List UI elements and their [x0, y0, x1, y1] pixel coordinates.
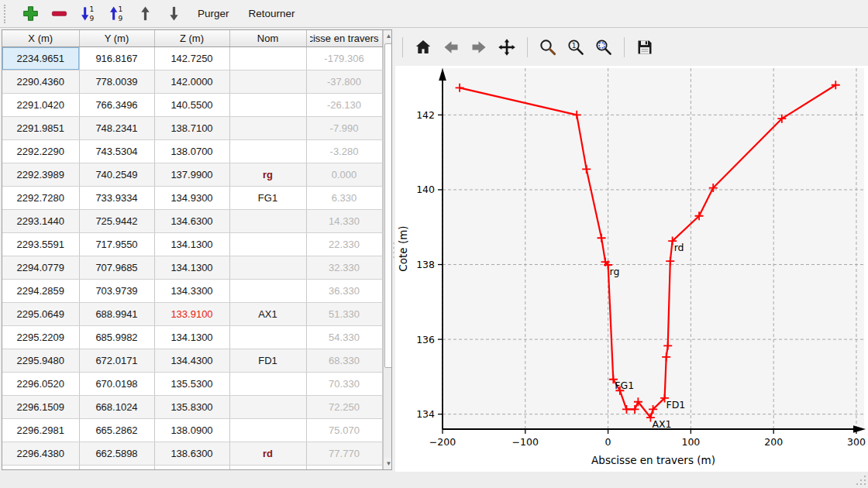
cell-x[interactable]: 2296.2981 [2, 419, 79, 442]
cell-z[interactable]: 138.0700 [154, 140, 229, 163]
cell-nom[interactable] [229, 94, 306, 117]
cell-empty[interactable] [229, 466, 306, 471]
plot-forward-button[interactable] [469, 37, 489, 57]
column-header-z[interactable]: Z (m) [154, 30, 229, 47]
retourner-button[interactable]: Retourner [242, 4, 302, 23]
cell-x[interactable]: 2293.1440 [2, 210, 79, 233]
resize-grip-icon[interactable] [856, 476, 866, 486]
cell-x[interactable]: 2296.1509 [2, 396, 79, 419]
cell-x[interactable]: 2292.7280 [2, 187, 79, 210]
cell-x[interactable]: 2293.5591 [2, 233, 79, 256]
cell-absc[interactable]: -7.990 [306, 117, 382, 140]
cell-y[interactable]: 703.9739 [79, 280, 154, 303]
cell-z[interactable]: 134.1300 [154, 326, 229, 349]
cell-z[interactable]: 140.5500 [154, 94, 229, 117]
cell-y[interactable]: 688.9941 [79, 303, 154, 326]
cell-absc[interactable]: 6.330 [306, 187, 382, 210]
toolbar-drag-handle[interactable] [4, 5, 10, 23]
cell-absc[interactable]: 36.330 [306, 280, 382, 303]
cell-z[interactable]: 134.3300 [154, 280, 229, 303]
cell-y[interactable]: 778.0039 [79, 70, 154, 94]
cell-y[interactable]: 717.9550 [79, 233, 154, 256]
scrollbar-track[interactable] [384, 42, 393, 458]
cell-absc[interactable]: -37.800 [306, 70, 382, 94]
cell-y[interactable]: 766.3496 [79, 94, 154, 117]
cell-x[interactable]: 2295.9480 [2, 349, 79, 373]
cell-nom[interactable] [229, 47, 306, 70]
plot-home-button[interactable] [413, 37, 433, 57]
scrollbar-thumb[interactable] [384, 43, 393, 368]
cell-nom[interactable] [229, 373, 306, 396]
cell-z[interactable]: 137.9900 [154, 163, 229, 187]
cell-z[interactable]: 142.7250 [154, 47, 229, 70]
cell-x[interactable]: 2296.4380 [2, 442, 79, 466]
plot-back-button[interactable] [441, 37, 461, 57]
cell-absc[interactable]: -179.306 [306, 47, 382, 70]
cell-nom[interactable] [229, 140, 306, 163]
cell-absc[interactable]: 14.330 [306, 210, 382, 233]
cell-nom[interactable] [229, 210, 306, 233]
cell-y[interactable]: 668.1024 [79, 396, 154, 419]
cell-empty[interactable] [79, 466, 154, 471]
plot-pan-button[interactable] [497, 37, 517, 57]
column-header-nom[interactable]: Nom [229, 30, 306, 47]
cell-y[interactable]: 743.5304 [79, 140, 154, 163]
cell-y[interactable]: 707.9685 [79, 256, 154, 280]
add-point-button[interactable] [19, 2, 42, 26]
cell-x[interactable]: 2292.2290 [2, 140, 79, 163]
move-down-button[interactable] [162, 2, 185, 26]
cell-absc[interactable]: 0.000 [306, 163, 382, 187]
cell-y[interactable]: 670.0198 [79, 373, 154, 396]
cell-y[interactable]: 733.9334 [79, 187, 154, 210]
cell-z[interactable]: 134.4300 [154, 349, 229, 373]
cell-nom[interactable] [229, 233, 306, 256]
cell-nom[interactable] [229, 326, 306, 349]
cell-x[interactable]: 2295.0649 [2, 303, 79, 326]
cell-absc[interactable]: 32.330 [306, 256, 382, 280]
cell-empty[interactable] [306, 466, 382, 471]
cell-nom[interactable]: FG1 [229, 187, 306, 210]
cell-x[interactable]: 2294.2859 [2, 280, 79, 303]
plot-zoom-region-button[interactable] [594, 37, 614, 57]
cell-x[interactable]: 2234.9651 [2, 47, 79, 70]
cell-z[interactable]: 138.0900 [154, 419, 229, 442]
cell-nom[interactable] [229, 117, 306, 140]
cell-z[interactable]: 138.6300 [154, 442, 229, 466]
cell-nom[interactable] [229, 280, 306, 303]
cell-y[interactable]: 748.2341 [79, 117, 154, 140]
cell-empty[interactable] [2, 466, 79, 471]
cell-nom[interactable]: rd [229, 442, 306, 466]
sort-descending-button[interactable]: 1 9 [76, 2, 99, 26]
cell-y[interactable]: 725.9442 [79, 210, 154, 233]
cell-absc[interactable]: 68.330 [306, 349, 382, 373]
cell-x[interactable]: 2292.3989 [2, 163, 79, 187]
cell-absc[interactable]: 22.330 [306, 233, 382, 256]
cell-z[interactable]: 134.1300 [154, 233, 229, 256]
cell-x[interactable]: 2296.0520 [2, 373, 79, 396]
cell-nom[interactable]: AX1 [229, 303, 306, 326]
cell-y[interactable]: 916.8167 [79, 47, 154, 70]
cell-z[interactable]: 142.0000 [154, 70, 229, 94]
cell-absc[interactable]: -3.280 [306, 140, 382, 163]
column-header-y[interactable]: Y (m) [79, 30, 154, 47]
cell-absc[interactable]: 70.330 [306, 373, 382, 396]
cell-y[interactable]: 662.5898 [79, 442, 154, 466]
scrollbar-up-arrow-icon[interactable]: ▲ [384, 30, 393, 42]
cell-nom[interactable] [229, 256, 306, 280]
cell-nom[interactable]: rg [229, 163, 306, 187]
cell-z[interactable]: 135.5300 [154, 373, 229, 396]
cell-x[interactable]: 2290.4360 [2, 70, 79, 94]
plot-zoom-button[interactable] [538, 37, 558, 57]
cell-z[interactable]: 134.1300 [154, 256, 229, 280]
cell-nom[interactable] [229, 70, 306, 94]
cell-y[interactable]: 740.2549 [79, 163, 154, 187]
cell-nom[interactable] [229, 396, 306, 419]
cell-absc[interactable]: 72.250 [306, 396, 382, 419]
cross-section-plot[interactable]: −200−1000100200300134136138140142Absciss… [395, 66, 868, 472]
plot-save-button[interactable] [635, 37, 655, 57]
cell-absc[interactable]: 51.330 [306, 303, 382, 326]
cell-absc[interactable]: 77.770 [306, 442, 382, 466]
cell-x[interactable]: 2291.9851 [2, 117, 79, 140]
cell-nom[interactable]: FD1 [229, 349, 306, 373]
column-header-x[interactable]: X (m) [2, 30, 79, 47]
